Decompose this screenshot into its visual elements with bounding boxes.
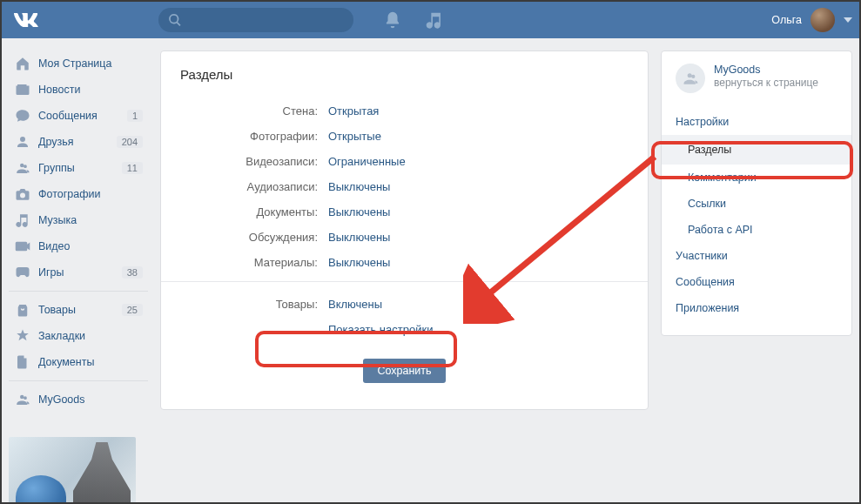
group-avatar-placeholder <box>676 64 705 93</box>
rp-item-links[interactable]: Ссылки <box>676 191 837 217</box>
field-value-goods[interactable]: Включены <box>328 298 382 311</box>
home-icon <box>14 55 31 72</box>
nav-item-news[interactable]: Новости <box>9 77 148 103</box>
search-input[interactable] <box>158 8 353 32</box>
field-value-dropdown[interactable]: Выключены <box>328 205 390 218</box>
bookmark-icon <box>14 327 31 345</box>
nav-item-video[interactable]: Видео <box>9 233 148 259</box>
rp-item-api[interactable]: Работа с API <box>676 217 837 243</box>
show-settings-link[interactable]: Показать настройки <box>328 323 433 336</box>
friends-icon <box>14 133 31 151</box>
chevron-down-icon <box>844 17 852 23</box>
field-label: Стена: <box>180 104 328 118</box>
setting-row: Обсуждения:Выключены <box>180 231 629 244</box>
nav-item-music[interactable]: Музыка <box>9 207 148 233</box>
nav-label: Видео <box>38 240 143 252</box>
field-value-dropdown[interactable]: Выключены <box>328 231 390 244</box>
goods-icon <box>14 301 31 319</box>
groups-icon <box>14 159 31 177</box>
vk-logo[interactable] <box>14 8 38 32</box>
rp-item-apps[interactable]: Приложения <box>676 295 837 321</box>
nav-item-groups[interactable]: Группы11 <box>9 155 148 181</box>
news-icon <box>14 81 31 98</box>
page-title: Разделы <box>180 67 629 82</box>
back-to-page-link[interactable]: вернуться к странице <box>714 77 818 89</box>
field-label: Фотографии: <box>180 130 328 143</box>
nav-count-badge: 38 <box>122 266 143 279</box>
avatar <box>811 8 835 32</box>
settings-panel: Разделы Стена:ОткрытаяФотографии:Открыты… <box>160 50 649 410</box>
right-sidebar: MyGoods вернуться к странице Настройки Р… <box>661 50 852 336</box>
sidebar-thumbnail[interactable] <box>9 437 136 504</box>
notifications-icon[interactable] <box>383 10 402 30</box>
search-icon <box>169 14 181 26</box>
nav-item-bookmark[interactable]: Закладки <box>9 323 148 349</box>
nav-item-groups[interactable]: MyGoods <box>9 386 148 413</box>
nav-count-badge: 1 <box>127 110 143 122</box>
msg-icon <box>14 107 31 124</box>
nav-label: Группы <box>38 162 122 174</box>
nav-separator <box>9 291 148 292</box>
nav-count-badge: 25 <box>122 304 143 316</box>
field-value-dropdown[interactable]: Ограниченные <box>328 155 406 168</box>
music-icon[interactable] <box>425 10 444 30</box>
nav-label: Фотографии <box>38 188 143 200</box>
field-label: Обсуждения: <box>180 231 328 244</box>
games-icon <box>14 264 31 281</box>
nav-item-photo[interactable]: Фотографии <box>9 181 148 207</box>
divider <box>161 281 648 282</box>
photo-icon <box>14 185 31 203</box>
setting-row: Документы:Выключены <box>180 205 629 218</box>
nav-count-badge: 11 <box>122 162 143 174</box>
field-value-dropdown[interactable]: Открытые <box>328 130 381 143</box>
field-label: Документы: <box>180 205 328 218</box>
docs-icon <box>14 353 31 371</box>
nav-label: Музыка <box>38 214 143 226</box>
left-sidebar: Моя СтраницаНовостиСообщения1Друзья204Гр… <box>9 50 148 504</box>
nav-item-msg[interactable]: Сообщения1 <box>9 103 148 129</box>
setting-row: Аудиозаписи:Выключены <box>180 180 629 193</box>
field-value-dropdown[interactable]: Открытая <box>328 104 379 118</box>
nav-label: Моя Страница <box>38 57 143 70</box>
rp-item-comments[interactable]: Комментарии <box>676 165 837 191</box>
save-button[interactable]: Сохранить <box>363 359 445 383</box>
setting-row: Фотографии:Открытые <box>180 130 629 143</box>
field-label-goods: Товары: <box>180 298 328 311</box>
nav-item-home[interactable]: Моя Страница <box>9 50 148 77</box>
nav-label: Друзья <box>38 136 117 148</box>
rp-item-settings[interactable]: Настройки <box>676 109 837 135</box>
nav-separator <box>9 380 148 381</box>
nav-count-badge: 204 <box>117 136 143 148</box>
music-icon <box>14 212 31 229</box>
rp-item-members[interactable]: Участники <box>676 243 837 269</box>
nav-item-friends[interactable]: Друзья204 <box>9 129 148 155</box>
nav-label: MyGoods <box>38 393 143 406</box>
nav-item-goods[interactable]: Товары25 <box>9 297 148 323</box>
rp-item-sections-active[interactable]: Разделы <box>662 135 851 165</box>
field-label: Материалы: <box>180 256 328 269</box>
field-label: Видеозаписи: <box>180 155 328 168</box>
setting-row: Видеозаписи:Ограниченные <box>180 155 629 168</box>
field-value-dropdown[interactable]: Выключены <box>328 256 390 269</box>
video-icon <box>14 238 31 255</box>
nav-label: Игры <box>38 266 122 279</box>
rp-item-messages[interactable]: Сообщения <box>676 269 837 295</box>
header: Ольга <box>2 2 859 38</box>
groups-icon <box>14 391 31 408</box>
nav-item-docs[interactable]: Документы <box>9 349 148 375</box>
setting-row: Стена:Открытая <box>180 104 629 118</box>
nav-label: Документы <box>38 356 143 368</box>
setting-row: Материалы:Выключены <box>180 256 629 269</box>
nav-label: Товары <box>38 304 122 316</box>
nav-label: Сообщения <box>38 110 127 122</box>
nav-label: Новости <box>38 84 143 96</box>
nav-item-games[interactable]: Игры38 <box>9 259 148 286</box>
user-menu[interactable]: Ольга <box>771 8 852 32</box>
header-username: Ольга <box>771 14 802 26</box>
group-name-link[interactable]: MyGoods <box>714 64 818 77</box>
nav-label: Закладки <box>38 330 143 342</box>
field-label: Аудиозаписи: <box>180 180 328 193</box>
field-value-dropdown[interactable]: Выключены <box>328 180 390 193</box>
